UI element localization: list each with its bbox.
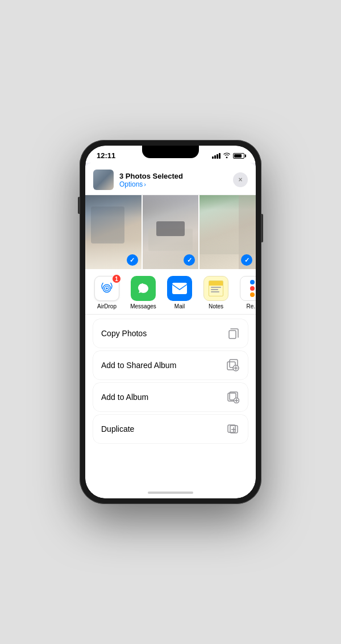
app-label-airdrop: AirDrop	[97, 303, 117, 309]
photo-item-1[interactable]: ✓	[85, 195, 142, 269]
copy-photos-button[interactable]: Copy Photos	[93, 319, 248, 348]
app-label-notes: Notes	[209, 303, 223, 309]
svg-rect-4	[229, 331, 236, 338]
share-header: 3 Photos Selected Options › ×	[85, 163, 256, 195]
reminders-icon	[240, 276, 256, 301]
home-indicator	[85, 487, 256, 498]
phone-screen: 12:11	[85, 146, 256, 498]
home-bar	[148, 492, 193, 494]
app-item-messages[interactable]: Messages	[127, 276, 159, 309]
notification-badge: 1	[112, 274, 121, 283]
close-button[interactable]: ×	[233, 172, 248, 187]
app-item-mail[interactable]: Mail	[164, 276, 196, 309]
copy-photos-label: Copy Photos	[101, 329, 147, 338]
photo-item-2[interactable]: ✓	[143, 195, 199, 269]
duplicate-icon	[226, 422, 240, 436]
app-item-notes[interactable]: Notes	[200, 276, 232, 309]
app-label-mail: Mail	[174, 303, 185, 309]
photo-grid: ✓ ✓	[85, 195, 256, 269]
screen: 12:11	[85, 146, 256, 498]
duplicate-button[interactable]: Duplicate	[93, 415, 248, 443]
notes-icon	[203, 276, 228, 301]
header-thumbnail	[93, 170, 114, 190]
status-icons	[212, 152, 244, 159]
chevron-right-icon: ›	[144, 181, 146, 188]
signal-icon	[212, 153, 221, 159]
app-label-reminders: Re...	[246, 303, 256, 309]
copy-photos-icon	[226, 327, 240, 340]
share-sheet: 3 Photos Selected Options › ×	[85, 163, 256, 498]
svg-rect-11	[228, 425, 235, 432]
photos-selected-label: 3 Photos Selected	[119, 172, 183, 180]
action-list: Copy Photos Add to Shared Album	[85, 315, 256, 487]
add-album-label: Add to Album	[101, 393, 148, 402]
svg-rect-3	[172, 283, 187, 294]
wifi-icon	[223, 152, 231, 159]
shared-album-icon	[226, 358, 240, 372]
mail-icon	[167, 276, 192, 301]
add-shared-album-label: Add to Shared Album	[101, 361, 176, 370]
close-icon: ×	[238, 176, 242, 184]
app-item-airdrop[interactable]: 1 AirDrop	[91, 276, 123, 309]
options-button[interactable]: Options ›	[119, 180, 183, 188]
header-info: 3 Photos Selected Options ›	[119, 172, 183, 188]
status-time: 12:11	[97, 151, 115, 160]
add-shared-album-button[interactable]: Add to Shared Album	[93, 351, 248, 379]
photo-selected-badge-1: ✓	[127, 254, 138, 266]
messages-icon	[131, 276, 156, 301]
photo-selected-badge-3: ✓	[241, 254, 252, 266]
add-album-button[interactable]: Add to Album	[93, 383, 248, 411]
airdrop-icon: 1	[94, 276, 119, 301]
notch	[142, 146, 199, 158]
duplicate-label: Duplicate	[101, 424, 134, 434]
app-row: 1 AirDrop Messages	[85, 269, 256, 315]
phone-frame: 12:11	[80, 140, 261, 504]
add-album-icon	[226, 390, 240, 404]
share-header-left: 3 Photos Selected Options ›	[93, 170, 183, 190]
battery-icon	[233, 153, 244, 159]
app-label-messages: Messages	[130, 303, 156, 309]
app-item-reminders[interactable]: Re...	[236, 276, 256, 309]
svg-point-2	[106, 287, 107, 289]
photo-item-3[interactable]: ✓	[199, 195, 256, 269]
